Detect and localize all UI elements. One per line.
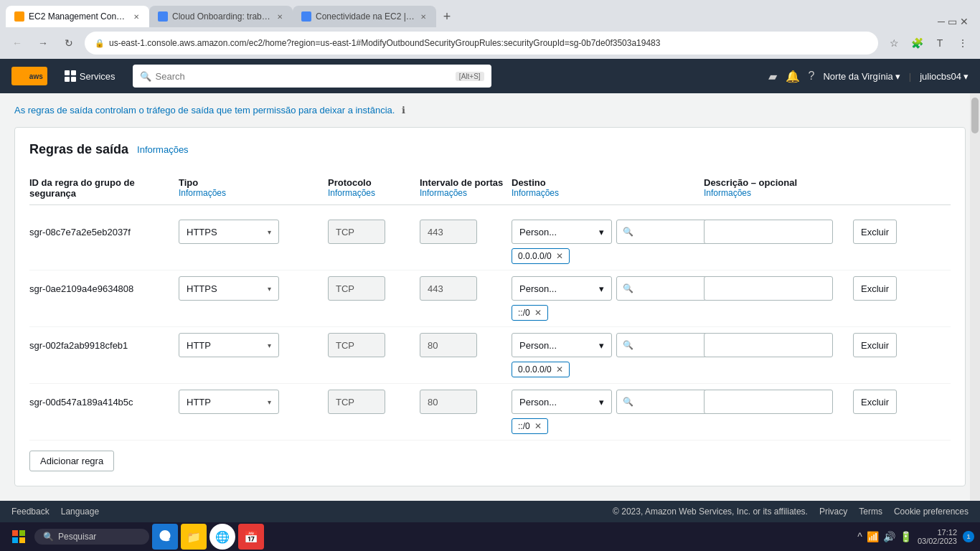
outbound-rules-card: Regras de saída Informações ID da regra …	[14, 127, 966, 486]
row2-desc-input[interactable]	[704, 276, 833, 301]
row3-tipo-dropdown[interactable]: HTTP ▾	[179, 333, 279, 357]
tab-favicon-cloud1	[158, 11, 168, 22]
extension-button[interactable]: 🧩	[907, 33, 927, 53]
row1-dest-dropdown[interactable]: Person... ▾	[512, 220, 612, 244]
row2-tipo-dropdown[interactable]: HTTPS ▾	[179, 276, 279, 301]
region-selector[interactable]: Norte da Virgínia ▾	[823, 71, 900, 82]
row3-dest-dropdown[interactable]: Person... ▾	[512, 333, 612, 357]
search-icon: 🔍	[623, 340, 633, 350]
minimize-button[interactable]: ─	[938, 16, 945, 27]
maximize-button[interactable]: ▭	[948, 16, 957, 27]
card-info-link[interactable]: Informações	[137, 144, 189, 155]
language-link[interactable]: Language	[61, 507, 99, 509]
bookmark-button[interactable]: ☆	[884, 33, 904, 53]
tab-close-ec2[interactable]: ✕	[132, 11, 141, 22]
notifications-icon[interactable]: 🔔	[786, 70, 800, 83]
profile-button[interactable]: T	[930, 33, 950, 53]
search-bar[interactable]: 🔍 [Alt+S]	[133, 65, 491, 88]
forward-button[interactable]: →	[33, 33, 53, 53]
row1-id: sgr-08c7e7a2e5eb2037f	[29, 220, 131, 237]
table-row: sgr-0ae2109a4e9634808 HTTPS ▾ TCP 443 Pe…	[29, 270, 951, 327]
copyright-text: © 2023, Amazon Web Services, Inc. or its…	[613, 507, 808, 509]
tab-close-cloud1[interactable]: ✕	[275, 11, 284, 22]
tab-cloud2[interactable]: Conectividade na EC2 | Cloud On... ✕	[293, 6, 436, 27]
tab-ec2[interactable]: EC2 Management Console ✕	[6, 6, 149, 27]
tab-label-ec2: EC2 Management Console	[29, 11, 128, 22]
search-shortcut: [Alt+S]	[456, 72, 484, 81]
dropdown-arrow-icon: ▾	[268, 228, 271, 236]
row1-excluir-button[interactable]: Excluir	[853, 220, 897, 244]
row4-dest-dropdown[interactable]: Person... ▾	[512, 390, 612, 414]
row2-excluir-button[interactable]: Excluir	[853, 276, 897, 301]
feedback-link[interactable]: Feedback	[11, 507, 50, 509]
row1-intervalo: 443	[420, 220, 477, 244]
row4-excluir-button[interactable]: Excluir	[853, 390, 897, 414]
tab-cloud1[interactable]: Cloud Onboarding: trabalhando... ✕	[149, 6, 293, 27]
tab-label-cloud1: Cloud Onboarding: trabalhando...	[172, 11, 271, 22]
back-button[interactable]: ←	[7, 33, 27, 53]
th-intervalo-link[interactable]: Informações	[420, 188, 506, 198]
row2-dest-dropdown[interactable]: Person... ▾	[512, 276, 612, 301]
tab-favicon-cloud2	[301, 11, 311, 22]
row2-id: sgr-0ae2109a4e9634808	[29, 276, 133, 294]
cloudshell-icon[interactable]: ▰	[768, 70, 777, 83]
row4-dest-tag-remove[interactable]: ✕	[534, 421, 542, 431]
search-input[interactable]	[156, 71, 451, 82]
refresh-button[interactable]: ↻	[59, 33, 79, 53]
dest-arrow-icon: ▾	[599, 397, 604, 408]
row2-destino-cell: Person... ▾ 🔍 ::/0 ✕	[512, 276, 731, 321]
terms-link[interactable]: Terms	[859, 507, 882, 509]
th-intervalo: Intervalo de portas Informações	[420, 177, 506, 199]
dest-arrow-icon: ▾	[599, 340, 604, 351]
search-icon: 🔍	[623, 397, 633, 407]
tab-close-cloud2[interactable]: ✕	[419, 11, 428, 22]
row3-excluir-button[interactable]: Excluir	[853, 333, 897, 357]
row1-desc-input[interactable]	[704, 220, 833, 244]
row3-dest-tag: 0.0.0.0/0 ✕	[512, 362, 570, 377]
info-icon: ℹ	[402, 105, 405, 116]
menu-button[interactable]: ⋮	[953, 33, 973, 53]
dest-arrow-icon: ▾	[599, 227, 604, 237]
page-footer: Feedback Language © 2023, Amazon Web Ser…	[0, 501, 980, 509]
new-tab-button[interactable]: +	[436, 6, 458, 27]
add-rule-button[interactable]: Adicionar regra	[29, 451, 114, 471]
dropdown-arrow-icon: ▾	[268, 398, 271, 406]
services-menu-button[interactable]: Services	[59, 66, 121, 86]
aws-navigation: ▲ aws Services 🔍 [Alt+S] ▰ 🔔 ? Norte da …	[0, 59, 980, 93]
row3-desc-input[interactable]	[704, 333, 833, 357]
row2-intervalo: 443	[420, 276, 477, 301]
th-tipo-link[interactable]: Informações	[179, 188, 322, 198]
grid-icon	[65, 70, 76, 82]
row3-protocolo: TCP	[328, 333, 385, 357]
dropdown-arrow-icon: ▾	[268, 342, 271, 349]
row3-dest-tag-remove[interactable]: ✕	[556, 364, 563, 375]
address-bar[interactable]: 🔒 us-east-1.console.aws.amazon.com/ec2/h…	[85, 32, 878, 55]
close-button[interactable]: ✕	[960, 16, 969, 27]
user-menu[interactable]: juliocbs04 ▾	[920, 71, 969, 82]
help-icon[interactable]: ?	[809, 70, 815, 83]
row1-tipo-dropdown[interactable]: HTTPS ▾	[179, 220, 279, 244]
row1-dest-tag-remove[interactable]: ✕	[556, 251, 563, 261]
region-arrow-icon: ▾	[895, 71, 900, 82]
tab-favicon-aws	[14, 11, 24, 22]
table-headers: ID da regra do grupo de segurança Tipo I…	[29, 171, 951, 205]
row1-dest-tag: 0.0.0.0/0 ✕	[512, 248, 570, 264]
privacy-link[interactable]: Privacy	[819, 507, 847, 509]
url-text: us-east-1.console.aws.amazon.com/ec2/hom…	[109, 38, 868, 48]
row2-dest-tag-remove[interactable]: ✕	[534, 308, 542, 318]
row3-intervalo: 80	[420, 333, 477, 357]
row4-desc-input[interactable]	[704, 390, 833, 414]
row4-dest-tag: ::/0 ✕	[512, 418, 548, 434]
th-destino-link[interactable]: Informações	[512, 188, 698, 198]
th-descricao-link[interactable]: Informações	[704, 188, 847, 198]
row4-id: sgr-00d547a189a414b5c	[29, 390, 133, 408]
row4-intervalo: 80	[420, 390, 477, 414]
dropdown-arrow-icon: ▾	[268, 285, 271, 293]
services-label: Services	[80, 71, 116, 82]
aws-logo[interactable]: ▲ aws	[11, 67, 47, 85]
search-icon: 🔍	[623, 227, 633, 237]
scrollbar-thumb[interactable]	[971, 98, 979, 133]
cookies-link[interactable]: Cookie preferences	[894, 507, 969, 509]
th-protocolo-link[interactable]: Informações	[328, 188, 414, 198]
row4-tipo-dropdown[interactable]: HTTP ▾	[179, 390, 279, 414]
